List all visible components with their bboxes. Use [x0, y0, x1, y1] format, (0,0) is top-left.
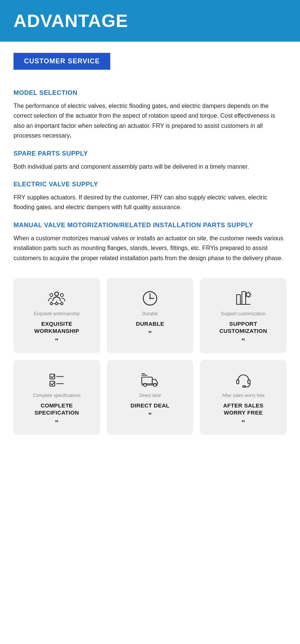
customization-icon	[234, 289, 253, 308]
customer-service-badge: CUSTOMER SERVICE	[14, 53, 110, 70]
sections-container: MODEL SELECTION The performance of elect…	[14, 89, 286, 263]
section-heading-electric-valve: ELECTRIC VALVE SUPPLY	[14, 181, 286, 188]
feature-card-durable: Durable DURABLE "	[107, 278, 194, 353]
feature-label-direct-deal: DIRECT DEAL	[130, 402, 170, 409]
page-title: ADVANTAGE	[14, 10, 286, 31]
svg-rect-15	[237, 295, 240, 304]
svg-point-0	[55, 292, 58, 296]
section-text-manual-valve: When a customer motorizes manual valves …	[14, 234, 286, 263]
svg-line-23	[249, 296, 250, 297]
checklist-icon	[47, 370, 66, 390]
svg-line-24	[249, 292, 250, 293]
feature-card-after-sales: After sales worry free AFTER SALESWORRY …	[200, 360, 286, 435]
svg-point-14	[149, 298, 151, 299]
feature-label-complete-specification: COMPLETESPECIFICATION	[34, 402, 79, 416]
feature-card-complete-specification: Complete specifications COMPLETESPECIFIC…	[14, 360, 100, 435]
section-heading-spare-parts: SPARE PARTS SUPPLY	[14, 150, 286, 157]
feature-card-support-customization: Support customization SUPPORTCUSTOMIZATI…	[200, 278, 286, 353]
section-heading-manual-valve: MANUAL VALVE MOTORIZATION/RELATED INSTAL…	[14, 222, 286, 229]
section-text-model-selection: The performance of electric valves, elec…	[14, 101, 286, 141]
feature-label-after-sales: AFTER SALESWORRY FREE	[223, 402, 263, 416]
section-manual-valve: MANUAL VALVE MOTORIZATION/RELATED INSTAL…	[14, 222, 286, 263]
svg-point-5	[50, 303, 52, 305]
svg-point-2	[60, 294, 63, 297]
feature-quote-direct-deal: "	[148, 411, 152, 420]
feature-card-exquisite-workmanship: Exquisite workmanship EXQUISITEWORKMANSH…	[14, 278, 100, 353]
feature-quote-complete-specification: "	[55, 419, 58, 427]
clock-icon	[140, 289, 160, 308]
svg-rect-40	[248, 380, 250, 384]
feature-label-durable: DURABLE	[136, 320, 164, 328]
svg-rect-39	[237, 380, 239, 384]
svg-rect-31	[142, 377, 152, 384]
svg-line-25	[246, 296, 247, 297]
truck-icon	[140, 370, 160, 390]
svg-rect-16	[242, 292, 246, 304]
headset-icon	[234, 370, 253, 390]
svg-rect-29	[50, 381, 55, 386]
feature-quote-durable: "	[148, 329, 152, 338]
main-content: CUSTOMER SERVICE MODEL SELECTION The per…	[0, 42, 300, 450]
feature-subtitle-durable: Durable	[142, 311, 158, 316]
feature-subtitle-direct-deal: Direct deal	[139, 393, 160, 398]
feature-label-exquisite-workmanship: EXQUISITEWORKMANSHIP	[34, 320, 79, 335]
section-spare-parts: SPARE PARTS SUPPLY Both individual parts…	[14, 150, 286, 172]
section-text-spare-parts: Both individual parts and component asse…	[14, 162, 286, 172]
feature-subtitle-exquisite-workmanship: Exquisite workmanship	[34, 311, 80, 316]
feature-subtitle-support-customization: Support customization	[221, 311, 266, 316]
feature-quote-after-sales: "	[242, 419, 245, 427]
feature-subtitle-after-sales: After sales worry free	[222, 393, 264, 398]
svg-rect-27	[50, 374, 55, 379]
feature-quote-support-customization: "	[242, 337, 245, 346]
section-electric-valve: ELECTRIC VALVE SUPPLY FRY supplies actua…	[14, 181, 286, 213]
feature-label-support-customization: SUPPORTCUSTOMIZATION	[219, 320, 267, 335]
feature-quote-exquisite-workmanship: "	[55, 337, 58, 346]
features-grid: Exquisite workmanship EXQUISITEWORKMANSH…	[14, 278, 286, 435]
svg-point-3	[56, 303, 58, 305]
svg-point-7	[61, 303, 63, 305]
header: ADVANTAGE	[0, 0, 300, 42]
svg-point-1	[50, 294, 53, 297]
section-model-selection: MODEL SELECTION The performance of elect…	[14, 89, 286, 141]
section-heading-model-selection: MODEL SELECTION	[14, 89, 286, 97]
section-text-electric-valve: FRY supplies actuators. If desired by th…	[14, 193, 286, 213]
feature-card-direct-deal: Direct deal DIRECT DEAL "	[107, 360, 194, 435]
svg-line-22	[246, 292, 247, 293]
people-icon	[47, 289, 66, 308]
feature-subtitle-complete-specification: Complete specifications	[33, 393, 81, 398]
